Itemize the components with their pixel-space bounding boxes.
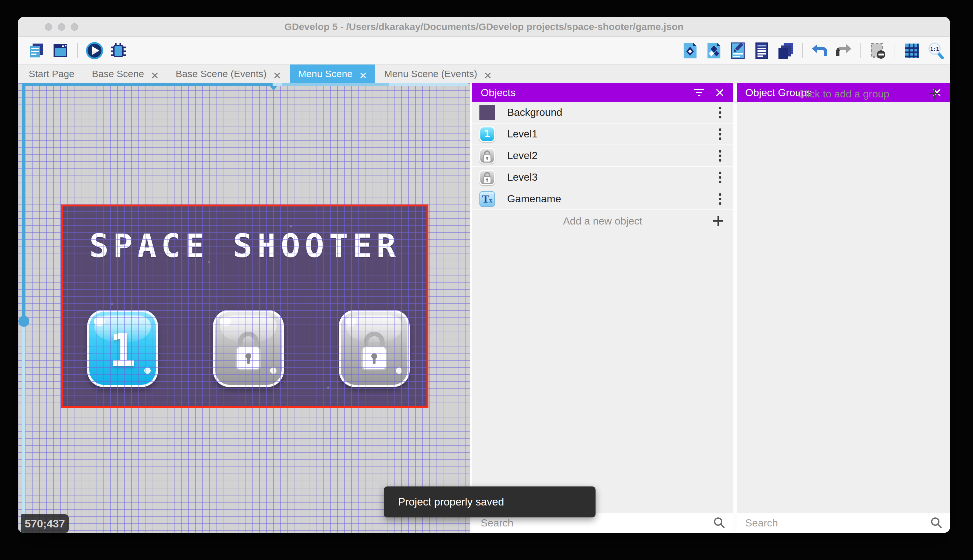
vertical-scrollbar-knob[interactable] <box>18 316 29 327</box>
toolbar-divider <box>77 43 78 58</box>
main-content: SPACE SHOOTER 1 <box>18 83 950 533</box>
groups-search-input[interactable] <box>737 513 930 533</box>
object-groups-icon[interactable] <box>705 42 723 60</box>
object-label: Gamename <box>507 193 561 205</box>
svg-text:1:1: 1:1 <box>930 47 939 52</box>
close-tab-icon[interactable] <box>273 70 281 77</box>
properties-edit-icon[interactable] <box>729 42 747 60</box>
object-row-level1[interactable]: 1 Level1 <box>472 123 733 145</box>
vertical-scrollbar-fill <box>22 86 25 316</box>
object-menu-icon[interactable] <box>714 127 726 141</box>
title-bar: GDevelop 5 - /Users/dkarakay/Documents/G… <box>18 17 950 37</box>
instances-list-icon[interactable] <box>753 42 771 60</box>
object-row-level2[interactable]: Level2 <box>472 145 733 167</box>
level1-button-sprite[interactable]: 1 <box>87 310 158 387</box>
panel-divider[interactable] <box>470 83 472 533</box>
level1-thumbnail: 1 <box>480 127 495 142</box>
tab-label: Base Scene <box>92 68 144 79</box>
grid-icon[interactable] <box>903 42 921 60</box>
cursor-coordinates-badge: 570;437 <box>21 514 69 533</box>
object-row-gamename[interactable]: Tx Gamename <box>472 188 733 210</box>
undo-icon[interactable] <box>811 42 829 60</box>
filter-icon[interactable] <box>694 88 705 97</box>
redo-icon[interactable] <box>835 42 853 60</box>
tab-base-scene-events[interactable]: Base Scene (Events) <box>167 65 289 83</box>
add-group-plus-icon[interactable] <box>928 87 941 103</box>
add-object-row[interactable]: Add a new object <box>472 210 733 232</box>
save-toast: Project properly saved <box>384 487 596 517</box>
tab-label: Menu Scene (Events) <box>384 68 477 79</box>
toolbar-left-group <box>18 42 127 60</box>
button-highlight-dot <box>270 367 277 374</box>
object-row-level3[interactable]: Level3 <box>472 167 733 188</box>
close-tab-icon[interactable] <box>360 70 367 77</box>
mask-frame-icon[interactable] <box>869 42 887 60</box>
project-manager-icon[interactable] <box>27 42 45 60</box>
add-group-label: Click to add a group <box>798 88 890 100</box>
objects-panel: Objects Background 1 Level1 <box>472 83 733 533</box>
editor-tabs: Start Page Base Scene Base Scene (Events… <box>18 65 950 83</box>
button-highlight-dot <box>220 317 231 326</box>
vertical-scrollbar[interactable] <box>22 86 25 533</box>
desktop-background: GDevelop 5 - /Users/dkarakay/Documents/G… <box>0 0 973 560</box>
add-object-plus-icon[interactable] <box>712 215 725 230</box>
panel-divider[interactable] <box>733 83 737 533</box>
object-label: Level2 <box>507 150 538 162</box>
horizontal-scrollbar-thumb[interactable] <box>282 83 389 86</box>
toast-message: Project properly saved <box>384 496 504 508</box>
groups-search-row <box>737 513 950 533</box>
close-tab-icon[interactable] <box>484 70 491 77</box>
window-title: GDevelop 5 - /Users/dkarakay/Documents/G… <box>18 17 950 37</box>
object-menu-icon[interactable] <box>714 149 726 163</box>
object-row-background[interactable]: Background <box>472 102 733 123</box>
close-tab-icon[interactable] <box>151 70 158 77</box>
object-menu-icon[interactable] <box>714 105 726 120</box>
scene-stars-decoration <box>63 207 64 207</box>
zoom-1-1-icon[interactable]: 1:1 <box>927 42 945 60</box>
level3-button-sprite[interactable] <box>339 310 410 387</box>
layers-icon[interactable] <box>776 42 795 60</box>
app-window: GDevelop 5 - /Users/dkarakay/Documents/G… <box>18 17 950 533</box>
add-group-row[interactable]: Click to add a group <box>737 83 950 105</box>
lock-icon <box>355 327 393 372</box>
button-highlight-dot <box>345 317 357 326</box>
tab-label: Menu Scene <box>298 68 352 79</box>
search-icon[interactable] <box>930 517 942 530</box>
object-label: Background <box>507 107 562 118</box>
level2-button-sprite[interactable] <box>213 310 284 387</box>
toolbar-divider <box>860 43 861 58</box>
game-scene-preview[interactable]: SPACE SHOOTER 1 <box>63 207 427 406</box>
tab-menu-scene-events[interactable]: Menu Scene (Events) <box>376 65 500 83</box>
object-groups-panel: Object Groups Click to add a group <box>737 83 950 533</box>
tab-base-scene[interactable]: Base Scene <box>83 65 167 83</box>
scene-editor-canvas[interactable]: SPACE SHOOTER 1 <box>18 83 470 533</box>
gamename-thumbnail: Tx <box>480 191 495 207</box>
object-icon[interactable] <box>681 42 699 60</box>
play-icon[interactable] <box>85 42 103 60</box>
tab-label: Start Page <box>29 68 75 79</box>
search-icon[interactable] <box>713 517 725 530</box>
tab-start-page[interactable]: Start Page <box>20 65 83 83</box>
add-object-label: Add a new object <box>563 215 642 227</box>
horizontal-scrollbar-fill <box>22 83 273 86</box>
objects-panel-header: Objects <box>472 83 733 102</box>
scene-window-icon[interactable] <box>51 42 69 60</box>
object-menu-icon[interactable] <box>714 192 726 206</box>
background-thumbnail <box>480 105 495 120</box>
level1-number: 1 <box>89 324 156 377</box>
level3-thumbnail <box>480 170 495 185</box>
object-label: Level1 <box>507 128 538 140</box>
objects-list: Background 1 Level1 Level2 <box>472 102 733 232</box>
main-toolbar: 1:1 <box>18 37 950 65</box>
horizontal-scrollbar[interactable] <box>22 83 468 86</box>
scrollbar-position-marker <box>270 86 277 91</box>
game-title-text[interactable]: SPACE SHOOTER <box>63 227 427 265</box>
debug-icon[interactable] <box>109 42 127 60</box>
object-label: Level3 <box>507 171 538 183</box>
objects-panel-title: Objects <box>481 87 515 99</box>
close-panel-icon[interactable] <box>716 88 724 97</box>
object-menu-icon[interactable] <box>714 170 726 185</box>
tab-label: Base Scene (Events) <box>176 68 267 79</box>
tab-menu-scene[interactable]: Menu Scene <box>290 65 375 83</box>
toolbar-divider <box>895 43 895 58</box>
